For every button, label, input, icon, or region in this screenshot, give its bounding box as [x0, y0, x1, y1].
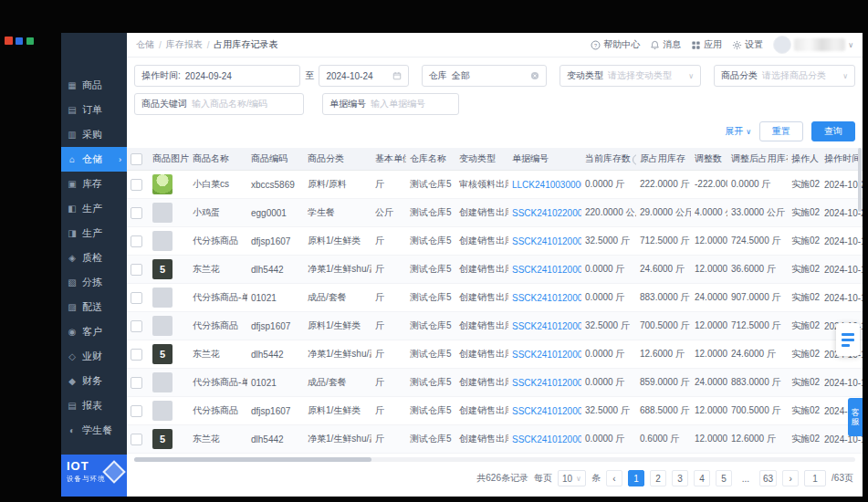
sidebar: ▦ 商品 › ▤ 订单 › ▥ 采购 › ⌂ 仓储 › ▣ 库存 › ◧ 生产 … [61, 33, 127, 497]
avatar [773, 36, 791, 54]
table-row[interactable]: 小白菜cs xbccs5869 原料/原料 斤 测试仓库5 审核领料出库 LLC… [127, 171, 863, 199]
sidebar-item-purchase[interactable]: ▥ 采购 › [61, 122, 127, 147]
row-checkbox[interactable] [131, 179, 142, 191]
sidebar-item-production-2[interactable]: ◨ 生产 › [61, 221, 127, 246]
sidebar-item-business-finance[interactable]: ◇ 业财 › [61, 344, 127, 369]
row-checkbox[interactable] [131, 377, 142, 389]
expand-toggle[interactable]: 展开 ∨ [725, 125, 751, 138]
cell-warehouse: 测试仓库5 [406, 340, 455, 369]
select-all-checkbox[interactable] [131, 153, 142, 165]
reset-button[interactable]: 重置 [759, 121, 803, 141]
page-jump-input[interactable]: 1 [804, 470, 826, 486]
next-page-button[interactable]: › [782, 470, 799, 486]
page-button-1[interactable]: 1 [628, 470, 644, 486]
sidebar-item-reports[interactable]: ▤ 报表 › [61, 393, 127, 418]
row-checkbox[interactable] [131, 207, 142, 219]
page-button-4[interactable]: 4 [694, 470, 710, 486]
cabbage-photo [152, 174, 173, 194]
doc-number-link[interactable]: SSCK24101200004 [512, 236, 581, 246]
clear-icon[interactable] [530, 71, 539, 80]
sidebar-item-production-1[interactable]: ◧ 生产 › [61, 196, 127, 221]
table-row[interactable]: 5 东兰花 dlh5442 净菜1/生鲜shu/蔬菜... 斤 测试仓库5 创建… [127, 425, 863, 454]
doc-number-link[interactable]: SSCK24101200003 [512, 321, 581, 331]
page-button-5[interactable]: 5 [716, 470, 732, 486]
cell-category: 成品/套餐 [304, 284, 371, 312]
table-row[interactable]: 代分拣商品 dfjsp1607 原料1/生鲜类 斤 测试仓库5 创建销售出库 S… [127, 227, 863, 256]
horizontal-scrollbar-thumb[interactable] [134, 457, 371, 462]
doc-number-link[interactable]: SSCK24101200002 [512, 406, 581, 416]
row-checkbox[interactable] [131, 235, 142, 247]
no-image-placeholder [152, 372, 173, 392]
row-checkbox[interactable] [131, 349, 142, 361]
row-checkbox[interactable] [131, 264, 142, 276]
horizontal-scrollbar[interactable] [134, 457, 855, 462]
table-row[interactable]: 代分拣商品 dfjsp1607 原料1/生鲜类 斤 测试仓库5 创建销售出库 S… [127, 397, 863, 425]
apps-button[interactable]: 应用 [691, 38, 722, 51]
vertical-scrollbar-thumb[interactable] [858, 148, 862, 212]
inventory-record-table: 商品图片商品名称商品编码商品分类基本单位仓库名称变动类型单据编号当前库存数i原占… [127, 148, 863, 454]
table-row[interactable]: 5 东兰花 dlh5442 净菜1/生鲜shu/蔬菜... 斤 测试仓库5 创建… [127, 340, 863, 369]
date-from-input[interactable]: 操作时间: 2024-09-24 [134, 65, 300, 87]
iot-logo-box[interactable]: IOT 设备与环境 [61, 455, 127, 497]
table-row[interactable]: 代分拣商品 dfjsp1607 原料1/生鲜类 斤 测试仓库5 创建销售出库 S… [127, 312, 863, 340]
page-button-3[interactable]: 3 [672, 470, 688, 486]
row-checkbox[interactable] [131, 320, 142, 332]
cell-adjust: 12.0000 斤 [691, 397, 727, 425]
sidebar-item-student-meals[interactable]: ◐ 学生餐 › [61, 418, 127, 443]
doc-number-input[interactable]: 单据编号 输入单据编号 [322, 93, 459, 115]
doc-number-link[interactable]: SSCK24102200001 [512, 208, 581, 218]
column-header-doc_no: 单据编号 [508, 148, 581, 171]
sidebar-item-warehouse[interactable]: ⌂ 仓储 › [61, 147, 127, 172]
doc-number-link[interactable]: SSCK24101200003 [512, 265, 581, 275]
table-row[interactable]: 代分拣商品-单位换算 01021 成品/套餐 斤 测试仓库5 创建销售出库 SS… [127, 284, 863, 312]
row-checkbox[interactable] [131, 434, 142, 445]
table-row[interactable]: 代分拣商品-单位换算 01021 成品/套餐 斤 测试仓库5 创建销售出库 SS… [127, 369, 863, 397]
messages-button[interactable]: 消息 [650, 38, 681, 51]
sidebar-item-customers[interactable]: ◉ 客户 › [61, 319, 127, 344]
column-header-warehouse: 仓库名称 [406, 148, 455, 171]
per-page-select[interactable]: 10 ∨ [558, 470, 586, 486]
doc-number-link[interactable]: SSCK24101200001 [512, 434, 581, 444]
user-account-menu[interactable]: ∨ [773, 36, 853, 54]
search-button[interactable]: 查询 [811, 121, 855, 141]
breadcrumb-item[interactable]: 仓储 [136, 38, 154, 51]
sidebar-item-sorting[interactable]: ▧ 分拣 › [61, 270, 127, 295]
doc-number-link[interactable]: SSCK24101200003 [512, 293, 581, 303]
sidebar-item-inventory[interactable]: ▣ 库存 › [61, 172, 127, 196]
cell-unit: 斤 [371, 397, 406, 425]
table-row[interactable]: 小鸡蛋 egg0001 学生餐 公斤 测试仓库5 创建销售出库 SSCK2410… [127, 199, 863, 227]
prev-page-button[interactable]: ‹ [606, 470, 622, 486]
doc-number-link[interactable]: SSCK24101200002 [512, 350, 581, 360]
sidebar-item-orders[interactable]: ▤ 订单 › [61, 98, 127, 122]
row-checkbox[interactable] [131, 405, 142, 417]
help-center-button[interactable]: ? 帮助中心 [591, 38, 640, 51]
vertical-scrollbar[interactable] [858, 148, 862, 422]
row-checkbox[interactable] [131, 292, 142, 304]
table-row[interactable]: 5 东兰花 dlh5442 净菜1/生鲜shu/蔬菜... 斤 测试仓库5 创建… [127, 256, 863, 284]
no-image-placeholder [152, 316, 173, 336]
info-icon[interactable]: i [633, 154, 636, 165]
sidebar-item-quality[interactable]: ◈ 质检 › [61, 246, 127, 270]
doc-number-link[interactable]: SSCK24101200002 [512, 378, 581, 388]
keyword-input[interactable]: 商品关键词 输入商品名称/编码 [134, 93, 304, 115]
category-select[interactable]: 商品分类 请选择商品分类 ∨ [714, 65, 855, 87]
customers-icon: ◉ [67, 327, 78, 337]
date-to-input[interactable]: 2024-10-24 [319, 65, 408, 87]
page-button-63[interactable]: 63 [759, 470, 777, 486]
cell-product-code: 01021 [247, 369, 304, 397]
page-number-buttons: 12345...63 [628, 470, 777, 486]
date-range-separator: 至 [305, 69, 314, 82]
doc-number-link[interactable]: LLCK24100300001 [512, 180, 581, 190]
cell-current-stock: 0.0000 斤 [581, 256, 636, 284]
settings-button[interactable]: 设置 [732, 38, 763, 51]
page-button-2[interactable]: 2 [650, 470, 666, 486]
breadcrumb-item[interactable]: 库存报表 [166, 38, 203, 51]
contact-support-tab[interactable]: 客服 [848, 398, 863, 436]
sidebar-item-finance[interactable]: ◆ 财务 › [61, 369, 127, 393]
sidebar-item-goods[interactable]: ▦ 商品 › [61, 73, 127, 98]
sidebar-item-delivery[interactable]: ▨ 配送 › [61, 295, 127, 319]
support-widget[interactable] [836, 323, 860, 356]
cell-change-type: 创建销售出库 [455, 199, 508, 227]
change-type-select[interactable]: 变动类型 请选择变动类型 ∨ [559, 65, 701, 87]
warehouse-select[interactable]: 仓库 全部 [422, 65, 547, 87]
